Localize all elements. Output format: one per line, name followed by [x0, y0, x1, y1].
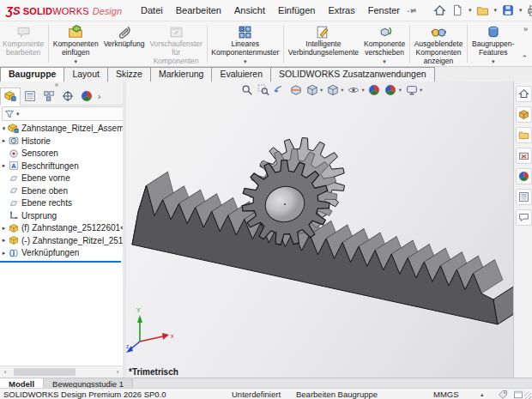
display-style-icon[interactable] [326, 83, 339, 96]
insert-components-dropdown[interactable]: ▾ [74, 58, 77, 65]
tag-icon[interactable] [498, 390, 508, 399]
section-view-icon[interactable] [289, 83, 302, 96]
tab-propertymanager[interactable] [21, 88, 39, 105]
linear-component-pattern-dropdown[interactable]: ▾ [244, 58, 247, 65]
move-component-dropdown[interactable]: ▾ [383, 58, 386, 65]
root-expand-arrow[interactable]: ▾ [0, 125, 8, 132]
pin-menubar-icon[interactable] [405, 2, 420, 18]
tree-item-ebene-rechts[interactable]: Ebene rechts [0, 197, 123, 210]
tree-item-zahnstange[interactable]: ▸ (f) Zahnstange_25122601<1> (Sta [0, 222, 123, 235]
task-pane [513, 82, 532, 382]
save-dropdown[interactable]: ▾ [519, 7, 523, 14]
scrollbar-thumb[interactable] [14, 368, 76, 376]
scroll-left-arrow[interactable]: ‹ [0, 368, 10, 376]
tree-root-assembly[interactable]: ▾ Zahnstange_Ritzel_Assembly_2512260 [0, 122, 123, 135]
view-orientation-dropdown[interactable]: ▾ [320, 87, 323, 94]
save-button[interactable] [501, 3, 515, 17]
print-button[interactable] [527, 3, 532, 17]
tab-dimxpertmanager[interactable] [58, 88, 77, 105]
rollback-bar[interactable] [0, 261, 121, 263]
open-button[interactable] [475, 3, 489, 17]
hide-show-items-icon[interactable] [348, 83, 360, 96]
graphics-viewport[interactable]: Yxz ▾ ▾ ▾ ▾ ▾ *Trimetrisch [126, 82, 513, 378]
tree-item-zahnstange-ritzel[interactable]: ▸ (-) Zahnstange_Ritzel_25122601<1 [0, 234, 123, 247]
expand-arrow[interactable]: ▸ [0, 225, 8, 232]
expand-arrow[interactable]: ▸ [0, 250, 8, 257]
appearances-icon[interactable] [516, 168, 532, 184]
tab-featuremanager[interactable] [0, 88, 21, 106]
show-hidden-components-button[interactable]: Ausgeblendete Komponenten anzeigen [412, 21, 466, 66]
tab-skizze[interactable]: Skizze [107, 67, 151, 82]
insert-components-button[interactable]: Komponenten einfügen ▾ [51, 21, 101, 66]
tab-evaluieren[interactable]: Evaluieren [211, 67, 271, 82]
smart-fasteners-button[interactable]: Intelligente Verbindungselemente [286, 21, 361, 66]
units-selector[interactable]: MMGS [433, 390, 459, 399]
panel-toggle-icon[interactable] [513, 390, 523, 399]
file-explorer-icon[interactable] [516, 148, 532, 164]
scroll-right-arrow[interactable]: › [112, 368, 123, 376]
mate-button[interactable]: Verknüpfung [101, 21, 148, 66]
menu-extras[interactable]: Extras [328, 5, 354, 15]
scrollbar-track[interactable] [10, 368, 112, 376]
rack-and-pinion-model[interactable]: Yxz [126, 82, 513, 378]
expand-arrow[interactable]: ▸ [0, 162, 8, 169]
zoom-to-fit-icon[interactable] [240, 83, 253, 96]
menu-ansicht[interactable]: Ansicht [234, 5, 265, 15]
zoom-to-area-icon[interactable] [257, 83, 269, 96]
home-button[interactable] [433, 3, 447, 17]
linear-component-pattern-button[interactable]: Lineares Komponentenmuster ▾ [209, 21, 281, 66]
panel-tabs-more-button[interactable]: › [98, 92, 100, 101]
menu-einfuegen[interactable]: Einfügen [278, 5, 315, 15]
apply-scene-icon[interactable] [384, 83, 397, 96]
mate-icon [117, 24, 132, 39]
design-library-icon[interactable] [516, 127, 532, 143]
filter-dropdown[interactable]: ▾ [16, 111, 20, 118]
assembly-features-button[interactable]: Baugruppen-Features ▾ [469, 21, 517, 66]
new-document-dropdown[interactable]: ▾ [469, 7, 472, 14]
apply-scene-dropdown[interactable]: ▾ [399, 87, 402, 94]
home-tab-icon[interactable] [516, 86, 532, 102]
forum-icon[interactable] [516, 209, 532, 226]
move-component-button[interactable]: Komponente verschieben ▾ [361, 21, 408, 66]
ribbon-separator [207, 25, 208, 63]
new-document-button[interactable] [450, 3, 464, 17]
product-name: Design [93, 6, 122, 16]
resize-grip[interactable] [524, 392, 531, 399]
units-dropdown[interactable]: ▴ [481, 391, 484, 398]
assembly-features-dropdown[interactable]: ▾ [492, 58, 495, 65]
tree-item-ebene-vorne[interactable]: Ebene vorne [0, 172, 123, 185]
tree-item-verknuepfungen[interactable]: ▸ Verknüpfungen [0, 247, 123, 260]
view-orientation-icon[interactable] [305, 83, 318, 96]
resources-icon[interactable] [516, 106, 532, 123]
hide-show-items-dropdown[interactable]: ▾ [362, 87, 365, 94]
tab-displaymanager[interactable] [77, 88, 96, 105]
custom-properties-icon[interactable] [516, 189, 532, 205]
tab-layout[interactable]: Layout [63, 67, 108, 82]
tree-item-ebene-oben[interactable]: Ebene oben [0, 184, 123, 197]
expand-arrow[interactable]: ▸ [0, 137, 8, 144]
tab-baugruppe[interactable]: Baugruppe [0, 67, 64, 82]
edit-appearance-icon[interactable] [368, 83, 381, 96]
component-preview-window-icon [169, 24, 184, 39]
tree-item-sensoren[interactable]: Sensoren [0, 148, 123, 160]
tree-horizontal-scrollbar[interactable]: ‹ › [0, 366, 123, 378]
menu-fenster[interactable]: Fenster [368, 5, 400, 15]
ribbon-collapse-button[interactable]: ⌃ [521, 54, 528, 63]
menu-datei[interactable]: Datei [141, 5, 163, 15]
view-settings-icon[interactable] [405, 83, 418, 96]
ribbon-more-button[interactable]: » [523, 25, 528, 33]
expand-arrow[interactable]: ▸ [0, 237, 8, 244]
menu-bearbeiten[interactable]: Bearbeiten [176, 5, 221, 15]
previous-view-icon[interactable] [273, 83, 286, 96]
tree-item-ursprung[interactable]: Ursprung [0, 209, 123, 222]
tab-zusatzanwendungen[interactable]: SOLIDWORKS Zusatzanwendungen [270, 67, 435, 82]
tree-filter[interactable]: ▾ [2, 106, 124, 121]
display-style-dropdown[interactable]: ▾ [341, 87, 343, 94]
tree-item-historie[interactable]: ▸ Historie [0, 135, 123, 148]
history-icon [8, 136, 19, 146]
tree-item-beschriftungen[interactable]: ▸ Beschriftungen [0, 160, 123, 172]
open-dropdown[interactable]: ▾ [493, 7, 497, 14]
tab-configurationmanager[interactable] [39, 88, 58, 105]
tab-markierung[interactable]: Markierung [150, 67, 213, 82]
view-settings-dropdown[interactable]: ▾ [420, 87, 422, 94]
